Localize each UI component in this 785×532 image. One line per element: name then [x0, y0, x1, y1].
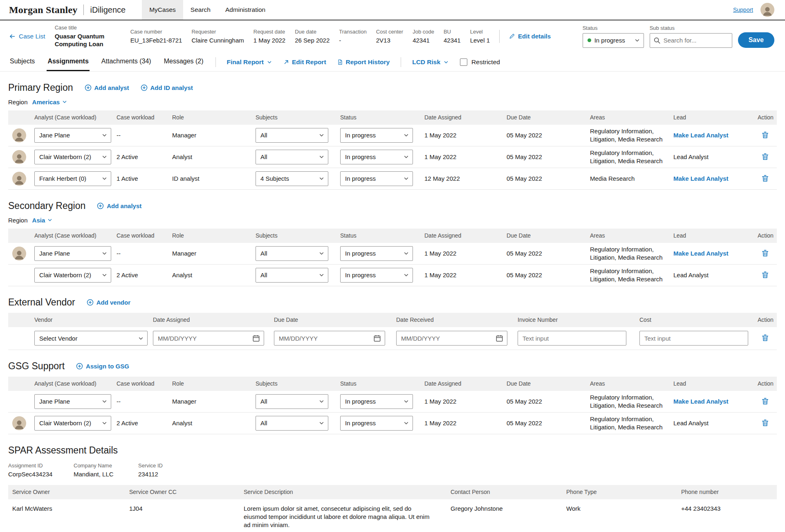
make-lead-analyst-link[interactable]: Make Lead Analyst — [673, 398, 729, 405]
chevron-down-icon — [634, 37, 640, 43]
delete-row-button[interactable] — [760, 396, 770, 406]
cost-input[interactable] — [639, 331, 748, 346]
tab-subjects[interactable]: Subjects — [9, 53, 36, 71]
subjects-select[interactable]: All — [256, 416, 328, 431]
analyst-select[interactable]: Frank Herbert (0) — [34, 171, 111, 186]
tab-messages[interactable]: Messages (2) — [163, 53, 204, 71]
report-history-link[interactable]: Report History — [337, 53, 390, 71]
plus-circle-icon — [97, 202, 104, 209]
vendor-row: Select Vendor MM/DD/YYYY MM/DD/YYYY — [8, 327, 777, 350]
delete-row-button[interactable] — [760, 248, 770, 258]
due-date-input[interactable]: MM/DD/YYYY — [274, 331, 385, 346]
nav-administration[interactable]: Administration — [218, 0, 273, 20]
assignment-id-field: Assignment ID CorpSec434234 — [8, 462, 74, 478]
analyst-select[interactable]: Jane Plane — [34, 394, 111, 409]
subjects-select[interactable]: All — [256, 268, 328, 283]
add-analyst-button[interactable]: Add analyst — [97, 202, 141, 209]
support-link[interactable]: Support — [733, 7, 753, 13]
row-status-select[interactable]: In progress — [340, 128, 413, 143]
case-workload: -- — [117, 250, 172, 257]
subjects-select[interactable]: All — [256, 246, 328, 261]
add-analyst-button[interactable]: Add analyst — [85, 84, 129, 91]
tab-attachments[interactable]: Attachments (34) — [101, 53, 152, 71]
region-select[interactable]: Americas — [32, 99, 68, 106]
final-report-menu[interactable]: Final Report — [227, 53, 272, 71]
chevron-down-icon — [101, 154, 108, 160]
row-status-select[interactable]: In progress — [340, 150, 413, 164]
section-title: GSG Support — [8, 361, 65, 372]
delete-row-button[interactable] — [760, 270, 770, 280]
tab-assignments[interactable]: Assignments — [47, 53, 89, 71]
analyst-select[interactable]: Clair Waterborn (2) — [34, 150, 111, 164]
plus-circle-icon — [76, 363, 83, 370]
due-date: 05 May 2022 — [507, 153, 590, 160]
region-select[interactable]: Asia — [32, 217, 53, 224]
edit-report-link[interactable]: Edit Report — [283, 53, 326, 71]
vendor-select[interactable]: Select Vendor — [34, 331, 148, 346]
areas: Regulatory Information, Litigation, Medi… — [590, 393, 673, 410]
areas: Regulatory Information, Litigation, Medi… — [590, 415, 673, 431]
chevron-down-icon — [62, 99, 67, 105]
search-icon — [653, 37, 661, 44]
row-status-select[interactable]: In progress — [340, 416, 413, 431]
analyst-select[interactable]: Jane Plane — [34, 246, 111, 261]
analyst-select[interactable]: Clair Waterborn (2) — [34, 268, 111, 283]
delete-row-button[interactable] — [760, 130, 770, 140]
back-to-case-list[interactable]: Case List — [9, 33, 45, 40]
report-history-icon — [337, 59, 343, 65]
delete-row-button[interactable] — [760, 173, 770, 184]
date-assigned-input[interactable]: MM/DD/YYYY — [153, 331, 264, 346]
delete-row-button[interactable] — [760, 418, 770, 428]
add-vendor-button[interactable]: Add vendor — [87, 299, 130, 306]
section-title: SPAR Assessment Details — [8, 445, 118, 456]
table-header-row: Analyst (Case workload) Case workload Ro… — [8, 229, 777, 243]
analyst-avatar — [12, 150, 26, 164]
date-received-input[interactable]: MM/DD/YYYY — [396, 331, 507, 346]
edit-details-button[interactable]: Edit details — [509, 33, 551, 40]
level-field: Level Level 1 — [470, 29, 490, 44]
plus-circle-icon — [85, 84, 92, 91]
arrow-left-icon — [9, 33, 16, 40]
analyst-row: Jane Plane -- Manager All — [8, 243, 777, 265]
subjects-select[interactable]: All — [256, 128, 328, 143]
nav-search[interactable]: Search — [183, 0, 218, 20]
subjects-select[interactable]: All — [256, 394, 328, 409]
analyst-avatar — [12, 416, 26, 430]
role: Manager — [172, 132, 256, 139]
sub-status-search-input[interactable] — [650, 33, 732, 48]
delete-row-button[interactable] — [760, 152, 770, 162]
role: ID analyst — [172, 175, 256, 182]
table-header-row: Service Owner Service Owner CC Service D… — [8, 485, 777, 499]
phone-type: Work — [562, 505, 677, 513]
gsg-support-table: Analyst (Case workload) Case workload Ro… — [8, 377, 777, 434]
subjects-select[interactable]: 4 Subjects — [256, 171, 328, 186]
row-status-select[interactable]: In progress — [340, 246, 413, 261]
add-id-analyst-button[interactable]: Add ID analyst — [141, 84, 193, 91]
row-status-select[interactable]: In progress — [340, 394, 413, 409]
chevron-down-icon — [267, 59, 272, 65]
lcd-risk-menu[interactable]: LCD Risk — [412, 53, 449, 71]
invoice-number-input[interactable] — [518, 331, 626, 346]
restricted-checkbox[interactable] — [460, 58, 467, 66]
status-select[interactable]: In progress — [583, 33, 644, 48]
due-date-field: Due date 26 Sep 2022 — [295, 29, 330, 44]
analyst-select[interactable]: Clair Waterborn (2) — [34, 416, 111, 431]
subjects-select[interactable]: All — [256, 150, 328, 164]
assign-to-gsg-button[interactable]: Assign to GSG — [76, 363, 129, 370]
delete-row-button[interactable] — [760, 333, 770, 343]
nav-mycases[interactable]: MyCases — [142, 0, 183, 20]
chevron-down-icon — [403, 132, 409, 138]
row-status-select[interactable]: In progress — [340, 268, 413, 283]
analyst-select[interactable]: Jane Plane — [34, 128, 111, 143]
service-description: Lorem ipsum dolor sit amet, consecetur a… — [240, 505, 446, 530]
row-status-select[interactable]: In progress — [340, 171, 413, 186]
save-button[interactable]: Save — [738, 32, 774, 48]
make-lead-analyst-link[interactable]: Make Lead Analyst — [673, 175, 729, 182]
restricted-toggle[interactable]: Restricted — [460, 53, 500, 71]
user-avatar[interactable] — [760, 3, 774, 17]
lead-analyst-label: Lead Analyst — [673, 272, 709, 278]
make-lead-analyst-link[interactable]: Make Lead Analyst — [673, 250, 729, 257]
make-lead-analyst-link[interactable]: Make Lead Analyst — [673, 132, 729, 139]
chevron-down-icon — [101, 175, 108, 182]
divider — [499, 30, 500, 43]
